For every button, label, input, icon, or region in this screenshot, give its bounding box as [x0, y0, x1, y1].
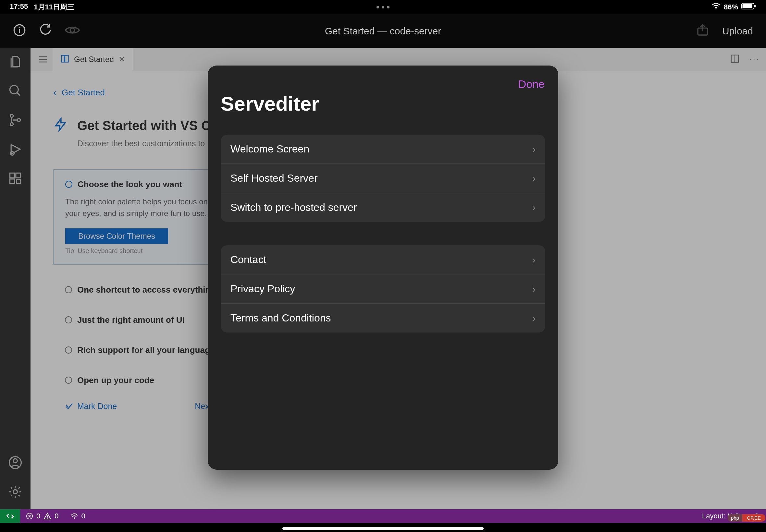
servediter-modal: Done Servediter Welcome Screen› Self Hos… — [208, 66, 558, 470]
menu-welcome-screen[interactable]: Welcome Screen› — [221, 135, 545, 163]
battery-icon — [741, 3, 756, 12]
home-indicator[interactable] — [282, 527, 484, 530]
modal-group-server: Welcome Screen› Self Hosted Server› Swit… — [221, 135, 545, 222]
menu-item-label: Contact — [230, 254, 266, 266]
remote-indicator[interactable] — [0, 509, 20, 523]
ipad-bottom — [0, 523, 766, 532]
menu-item-label: Privacy Policy — [230, 283, 295, 295]
svg-point-7 — [70, 28, 74, 32]
modal-group-legal: Contact› Privacy Policy› Terms and Condi… — [221, 245, 545, 333]
badge-left: php — [728, 514, 742, 522]
chevron-right-icon: › — [532, 202, 536, 213]
menu-item-label: Self Hosted Server — [230, 172, 318, 184]
svg-point-0 — [715, 8, 716, 9]
multitask-dots[interactable] — [376, 6, 390, 8]
status-date: 1月11日周三 — [34, 2, 74, 12]
warnings-count: 0 — [55, 512, 58, 520]
menu-terms-conditions[interactable]: Terms and Conditions› — [221, 303, 545, 333]
info-icon[interactable] — [13, 24, 26, 39]
upload-button[interactable]: Upload — [722, 26, 753, 37]
svg-rect-2 — [743, 4, 752, 8]
done-button[interactable]: Done — [518, 78, 545, 91]
errors-count: 0 — [36, 512, 40, 520]
chevron-right-icon: › — [532, 254, 536, 265]
chevron-right-icon: › — [532, 284, 536, 295]
ipad-statusbar: 17:55 1月11日周三 86% — [0, 0, 766, 14]
svg-point-37 — [74, 518, 75, 518]
app-title: Get Started — code-server — [325, 26, 441, 37]
php-badge: php CP.EE — [728, 514, 765, 522]
menu-switch-prehosted[interactable]: Switch to pre-hosted server› — [221, 193, 545, 222]
eye-icon[interactable] — [65, 24, 80, 39]
svg-point-6 — [19, 27, 20, 28]
reload-icon[interactable] — [39, 24, 52, 39]
status-time: 17:55 — [10, 2, 28, 12]
vscode-statusbar: 0 0 0 Layout: U.S. — [0, 509, 766, 523]
menu-item-label: Welcome Screen — [230, 143, 309, 155]
wifi-icon — [711, 3, 721, 12]
menu-contact[interactable]: Contact› — [221, 245, 545, 274]
chevron-right-icon: › — [532, 173, 536, 184]
chevron-right-icon: › — [532, 144, 536, 155]
modal-title: Servediter — [221, 92, 545, 115]
battery-percent: 86% — [724, 3, 738, 11]
ports-count: 0 — [81, 512, 85, 520]
status-errors[interactable]: 0 0 — [20, 512, 65, 520]
upload-icon[interactable] — [696, 24, 709, 39]
chevron-right-icon: › — [532, 313, 536, 324]
badge-right: CP.EE — [742, 514, 765, 522]
menu-item-label: Switch to pre-hosted server — [230, 201, 357, 213]
app-toolbar: Get Started — code-server Upload — [0, 14, 766, 48]
menu-privacy-policy[interactable]: Privacy Policy› — [221, 274, 545, 303]
svg-point-36 — [47, 518, 48, 518]
menu-item-label: Terms and Conditions — [230, 312, 331, 324]
status-ports[interactable]: 0 — [65, 512, 91, 520]
svg-rect-3 — [754, 5, 756, 7]
menu-self-hosted-server[interactable]: Self Hosted Server› — [221, 163, 545, 193]
